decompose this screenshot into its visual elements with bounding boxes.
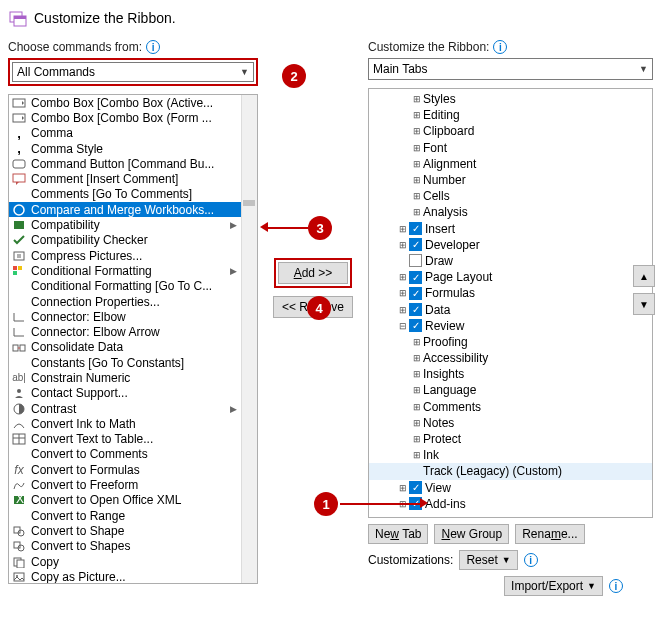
command-item[interactable]: Convert Ink to Math bbox=[9, 416, 257, 431]
add-button[interactable]: Add >> bbox=[278, 262, 348, 284]
tree-item[interactable]: ⊞Analysis bbox=[369, 204, 652, 220]
help-icon[interactable]: i bbox=[493, 40, 507, 54]
checkbox-icon[interactable]: ✓ bbox=[409, 319, 422, 332]
command-item[interactable]: Convert Text to Table... bbox=[9, 432, 257, 447]
commands-listbox[interactable]: Combo Box [Combo Box (Active...Combo Box… bbox=[8, 94, 258, 584]
help-icon[interactable]: i bbox=[609, 579, 623, 593]
checkbox-icon[interactable]: ✓ bbox=[409, 303, 422, 316]
expander-icon[interactable]: ⊞ bbox=[411, 110, 423, 120]
checkbox-icon[interactable]: ✓ bbox=[409, 287, 422, 300]
expander-icon[interactable]: ⊞ bbox=[411, 353, 423, 363]
command-item[interactable]: Comment [Insert Comment] bbox=[9, 171, 257, 186]
command-item[interactable]: Conditional Formatting▶ bbox=[9, 263, 257, 278]
checkbox-icon[interactable] bbox=[409, 254, 422, 267]
command-item[interactable]: Compress Pictures... bbox=[9, 248, 257, 263]
command-item[interactable]: Combo Box [Combo Box (Active... bbox=[9, 95, 257, 110]
scroll-thumb[interactable] bbox=[243, 200, 255, 206]
command-item[interactable]: Copy bbox=[9, 554, 257, 569]
expander-icon[interactable]: ⊞ bbox=[411, 159, 423, 169]
command-item[interactable]: Command Button [Command Bu... bbox=[9, 156, 257, 171]
tree-item[interactable]: ⊞✓Formulas bbox=[369, 285, 652, 301]
command-item[interactable]: Convert to Comments bbox=[9, 447, 257, 462]
command-item[interactable]: Compatibility Checker bbox=[9, 233, 257, 248]
command-item[interactable]: Constants [Go To Constants] bbox=[9, 355, 257, 370]
command-item[interactable]: fxConvert to Formulas bbox=[9, 462, 257, 477]
command-item[interactable]: Copy as Picture... bbox=[9, 569, 257, 584]
new-group-button[interactable]: New Group bbox=[434, 524, 509, 544]
expander-icon[interactable]: ⊞ bbox=[411, 175, 423, 185]
expander-icon[interactable]: ⊞ bbox=[411, 402, 423, 412]
import-export-button[interactable]: Import/Export ▼ bbox=[504, 576, 603, 596]
command-item[interactable]: ab|Constrain Numeric bbox=[9, 370, 257, 385]
expander-icon[interactable]: ⊞ bbox=[411, 191, 423, 201]
command-item[interactable]: Comments [Go To Comments] bbox=[9, 187, 257, 202]
expander-icon[interactable]: ⊞ bbox=[397, 224, 409, 234]
expander-icon[interactable]: ⊞ bbox=[411, 369, 423, 379]
command-item[interactable]: Convert to Shape bbox=[9, 523, 257, 538]
tree-item[interactable]: ⊞Language bbox=[369, 382, 652, 398]
expander-icon[interactable]: ⊞ bbox=[411, 143, 423, 153]
command-item[interactable]: Convert to Range bbox=[9, 508, 257, 523]
tree-item[interactable]: ⊞Clipboard bbox=[369, 123, 652, 139]
command-item[interactable]: Combo Box [Combo Box (Form ... bbox=[9, 110, 257, 125]
command-item[interactable]: Compare and Merge Workbooks... bbox=[9, 202, 257, 217]
tree-item[interactable]: ⊞Comments bbox=[369, 399, 652, 415]
expander-icon[interactable]: ⊞ bbox=[411, 94, 423, 104]
command-item[interactable]: Connector: Elbow bbox=[9, 309, 257, 324]
command-item[interactable]: Consolidate Data bbox=[9, 340, 257, 355]
tree-item[interactable]: Draw bbox=[369, 253, 652, 269]
tree-item[interactable]: ⊞✓Insert bbox=[369, 221, 652, 237]
command-item[interactable]: Convert to Freeform bbox=[9, 477, 257, 492]
command-item[interactable]: Contrast▶ bbox=[9, 401, 257, 416]
help-icon[interactable]: i bbox=[146, 40, 160, 54]
rename-button[interactable]: Rename... bbox=[515, 524, 584, 544]
expander-icon[interactable]: ⊞ bbox=[411, 126, 423, 136]
tree-item[interactable]: ⊞Cells bbox=[369, 188, 652, 204]
new-tab-button[interactable]: New Tab bbox=[368, 524, 428, 544]
tree-item[interactable]: ⊞Font bbox=[369, 140, 652, 156]
commands-from-combo[interactable]: All Commands ▼ bbox=[12, 62, 254, 82]
move-down-button[interactable]: ▼ bbox=[633, 293, 655, 315]
help-icon[interactable]: i bbox=[524, 553, 538, 567]
tree-item[interactable]: ⊞Protect bbox=[369, 431, 652, 447]
tree-item[interactable]: ⊞Notes bbox=[369, 415, 652, 431]
command-item[interactable]: Convert to Shapes bbox=[9, 539, 257, 554]
expander-icon[interactable]: ⊞ bbox=[411, 418, 423, 428]
reset-button[interactable]: Reset ▼ bbox=[459, 550, 517, 570]
tree-item[interactable]: ⊞Insights bbox=[369, 366, 652, 382]
tree-item[interactable]: ⊞✓View bbox=[369, 480, 652, 496]
command-item[interactable]: Contact Support... bbox=[9, 386, 257, 401]
command-item[interactable]: ,Comma bbox=[9, 126, 257, 141]
checkbox-icon[interactable]: ✓ bbox=[409, 271, 422, 284]
expander-icon[interactable]: ⊞ bbox=[411, 207, 423, 217]
expander-icon[interactable]: ⊞ bbox=[411, 450, 423, 460]
command-item[interactable]: XConvert to Open Office XML bbox=[9, 493, 257, 508]
tree-item[interactable]: ⊞✓Data bbox=[369, 301, 652, 317]
tree-item[interactable]: ⊞Alignment bbox=[369, 156, 652, 172]
expander-icon[interactable]: ⊞ bbox=[411, 434, 423, 444]
expander-icon[interactable]: ⊞ bbox=[411, 337, 423, 347]
tree-item[interactable]: ⊞Ink bbox=[369, 447, 652, 463]
expander-icon[interactable]: ⊞ bbox=[397, 272, 409, 282]
ribbon-tree[interactable]: ⊞Styles⊞Editing⊞Clipboard⊞Font⊞Alignment… bbox=[368, 88, 653, 518]
checkbox-icon[interactable]: ✓ bbox=[409, 238, 422, 251]
command-item[interactable]: ,Comma Style bbox=[9, 141, 257, 156]
checkbox-icon[interactable]: ✓ bbox=[409, 222, 422, 235]
ribbon-tabs-combo[interactable]: Main Tabs ▼ bbox=[368, 58, 653, 80]
command-item[interactable]: Connector: Elbow Arrow bbox=[9, 324, 257, 339]
expander-icon[interactable]: ⊞ bbox=[397, 483, 409, 493]
tree-item[interactable]: ⊞Number bbox=[369, 172, 652, 188]
expander-icon[interactable]: ⊞ bbox=[397, 240, 409, 250]
command-item[interactable]: Conditional Formatting [Go To C... bbox=[9, 279, 257, 294]
tree-item[interactable]: ⊟✓Review bbox=[369, 318, 652, 334]
command-item[interactable]: Compatibility▶ bbox=[9, 217, 257, 232]
tree-item[interactable]: ⊞✓Developer bbox=[369, 237, 652, 253]
expander-icon[interactable]: ⊞ bbox=[397, 305, 409, 315]
scrollbar[interactable] bbox=[241, 95, 257, 583]
tree-item[interactable]: ⊞Proofing bbox=[369, 334, 652, 350]
expander-icon[interactable]: ⊞ bbox=[411, 385, 423, 395]
checkbox-icon[interactable]: ✓ bbox=[409, 481, 422, 494]
expander-icon[interactable]: ⊞ bbox=[397, 288, 409, 298]
tree-item[interactable]: ⊞Accessibility bbox=[369, 350, 652, 366]
tree-item[interactable]: ⊞✓Page Layout bbox=[369, 269, 652, 285]
